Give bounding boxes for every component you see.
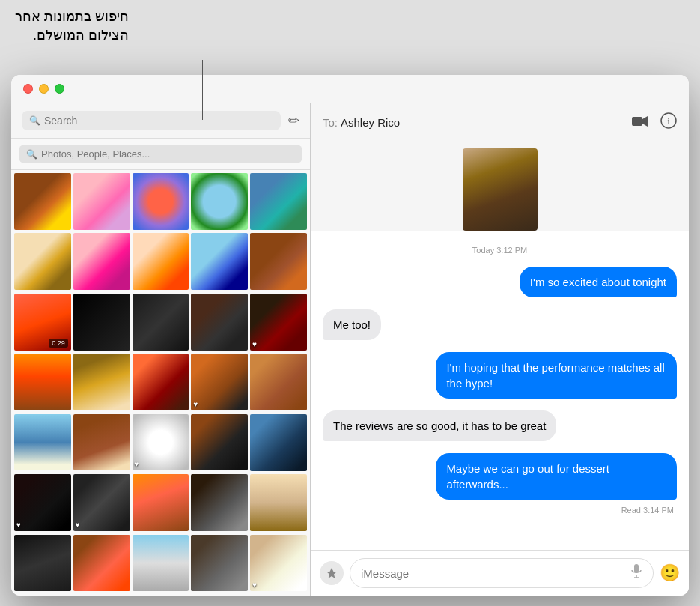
photo-thumb-24[interactable] [191, 414, 248, 471]
photo-thumb-33[interactable] [133, 535, 189, 592]
photo-thumb-28[interactable] [133, 474, 189, 531]
annotation-line2: הצילום המושלם. [15, 26, 129, 45]
title-bar [11, 75, 689, 103]
photo-thumb-12[interactable] [73, 294, 130, 351]
photo-thumb-13[interactable] [133, 294, 189, 351]
annotation-text: חיפוש בתמונות אחר הצילום המושלם. [15, 7, 129, 45]
message-row-4: The reviews are so good, it has to be gr… [323, 410, 677, 441]
minimize-button[interactable] [39, 84, 49, 94]
maximize-button[interactable] [55, 84, 64, 94]
photo-thumb-2[interactable] [73, 173, 130, 230]
photos-search-input[interactable] [41, 148, 295, 160]
svg-text:i: i [667, 115, 670, 127]
emoji-icon[interactable]: 🙂 [660, 563, 680, 583]
read-receipt: Read 3:14 PM [323, 506, 677, 515]
photo-thumb-9[interactable] [191, 233, 248, 290]
message-bubble-2: Me too! [323, 309, 381, 340]
header-actions: i [632, 112, 677, 133]
message-bubble-3: I'm hoping that the performance matches … [436, 352, 677, 399]
photo-thumb-25[interactable] [250, 414, 307, 471]
photo-thumb-32[interactable] [73, 535, 130, 592]
photo-thumb-1[interactable] [14, 173, 71, 230]
message-input[interactable] [361, 567, 630, 580]
photo-thumb-19[interactable]: ♥ [191, 354, 248, 410]
photo-thumb-27[interactable]: ♥ [73, 474, 130, 531]
input-area: 🙂 [311, 550, 689, 596]
left-panel: 🔍 ✏ 🔍 0:29♥♥♥♥♥♥ [11, 103, 311, 596]
svg-marker-1 [642, 116, 648, 127]
photo-thumb-20[interactable] [250, 354, 307, 410]
photo-thumb-11[interactable]: 0:29 [14, 294, 71, 351]
messages-search-bar[interactable]: 🔍 [22, 111, 281, 130]
main-layout: 🔍 ✏ 🔍 0:29♥♥♥♥♥♥ To: [11, 103, 689, 596]
message-row-5: Maybe we can go out for dessert afterwar… [323, 453, 677, 500]
photo-thumb-6[interactable] [14, 233, 71, 290]
photos-search-container: 🔍 [11, 139, 310, 170]
photo-grid: 0:29♥♥♥♥♥♥ [11, 170, 310, 596]
messages-search-header: 🔍 ✏ [11, 103, 310, 139]
video-call-icon[interactable] [632, 114, 648, 131]
message-bubble-5: Maybe we can go out for dessert afterwar… [436, 453, 677, 500]
photo-thumb-30[interactable] [250, 474, 307, 531]
photo-thumb-5[interactable] [250, 173, 307, 230]
photo-thumb-4[interactable] [191, 173, 248, 230]
app-window: 🔍 ✏ 🔍 0:29♥♥♥♥♥♥ To: [11, 75, 689, 596]
photo-thumb-17[interactable] [73, 354, 130, 410]
photo-thumb-34[interactable] [191, 535, 248, 592]
info-icon[interactable]: i [660, 112, 677, 133]
search-icon: 🔍 [29, 115, 40, 126]
app-store-button[interactable] [320, 561, 344, 585]
photo-thumb-29[interactable] [191, 474, 248, 531]
contact-profile-photo [463, 148, 538, 231]
traffic-lights [23, 84, 64, 94]
photo-thumb-16[interactable] [14, 354, 71, 410]
message-row-1: I'm so excited about tonight [323, 267, 677, 297]
profile-photo-area [311, 142, 689, 231]
message-timestamp: Today 3:12 PM [323, 246, 677, 255]
photos-search-icon: 🔍 [26, 149, 37, 160]
recipient-name: Ashley Rico [341, 116, 400, 129]
messages-header: To: Ashley Rico i [311, 103, 689, 142]
message-row-2: Me too! [323, 309, 677, 340]
message-input-wrap[interactable] [350, 558, 654, 588]
annotation-line1: חיפוש בתמונות אחר [15, 7, 129, 26]
photo-thumb-7[interactable] [73, 233, 130, 290]
to-field: To: Ashley Rico [323, 116, 400, 129]
photo-thumb-22[interactable] [73, 414, 130, 471]
photo-thumb-21[interactable] [14, 414, 71, 471]
photo-thumb-8[interactable] [133, 233, 189, 290]
to-label: To: [323, 116, 338, 129]
compose-icon[interactable]: ✏ [288, 112, 299, 129]
photo-thumb-26[interactable]: ♥ [14, 474, 71, 531]
photo-thumb-35[interactable]: ♥ [250, 535, 307, 592]
message-bubble-1: I'm so excited about tonight [520, 267, 677, 297]
photo-thumb-23[interactable]: ♥ [133, 414, 189, 471]
photo-thumb-18[interactable] [133, 354, 189, 410]
photo-thumb-14[interactable] [191, 294, 248, 351]
photo-thumb-3[interactable] [133, 173, 189, 230]
audio-icon[interactable] [630, 564, 642, 582]
message-row-3: I'm hoping that the performance matches … [323, 352, 677, 399]
svg-rect-0 [632, 117, 642, 126]
photo-thumb-31[interactable] [14, 535, 71, 592]
photo-thumb-10[interactable] [250, 233, 307, 290]
messages-area: Today 3:12 PM I'm so excited about tonig… [311, 231, 689, 550]
messages-panel: To: Ashley Rico i [311, 103, 689, 596]
search-input[interactable] [44, 115, 273, 127]
photos-search-bar[interactable]: 🔍 [19, 145, 302, 163]
message-bubble-4: The reviews are so good, it has to be gr… [323, 410, 556, 441]
close-button[interactable] [23, 84, 33, 94]
photo-thumb-15[interactable]: ♥ [250, 294, 307, 351]
